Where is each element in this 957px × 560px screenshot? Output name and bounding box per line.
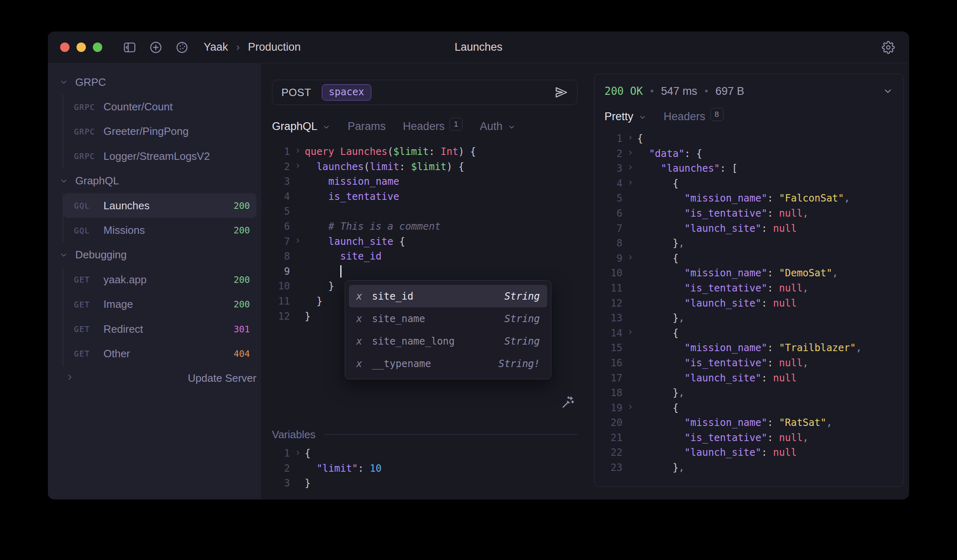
- token: }: [637, 387, 678, 399]
- graphql-editor[interactable]: 1query Launches($limit: Int) {2 launches…: [272, 144, 577, 426]
- variables-divider: [324, 434, 577, 435]
- code-line: 3}: [272, 476, 577, 491]
- request-tab-auth[interactable]: Auth: [480, 120, 516, 133]
- response-menu-chevron[interactable]: [883, 86, 893, 96]
- line-content: "is_tentative": null,: [637, 206, 893, 221]
- code-line: 21 "is_tentative": null,: [604, 430, 893, 446]
- sidebar-folder-graphql[interactable]: GraphQL: [54, 169, 256, 193]
- token: :: [767, 432, 779, 444]
- code-line: 1{: [604, 131, 893, 146]
- response-tab-headers[interactable]: Headers8: [664, 110, 723, 123]
- token: mission_name: [305, 176, 399, 187]
- line-content: [305, 264, 577, 279]
- request-tab-params[interactable]: Params: [348, 120, 386, 133]
- autocomplete-item-site-id[interactable]: xsite_idString: [349, 285, 547, 307]
- sidebar-folder-grpc[interactable]: GRPC: [54, 70, 256, 94]
- line-number: 19: [604, 401, 622, 416]
- response-body[interactable]: 1{2 "data": {3 "launches": [4 {5 "missio…: [604, 131, 893, 478]
- sidebar-folder-update-server[interactable]: Update Server: [54, 366, 256, 391]
- tab-label: Headers: [664, 110, 705, 123]
- token: "DemoSat": [779, 267, 832, 279]
- token: [637, 372, 685, 384]
- token: :: [767, 208, 779, 219]
- token: ,: [803, 208, 809, 219]
- sidebar-item-logger-streamlogsv2[interactable]: GRPCLogger/StreamLogsV2: [63, 144, 256, 168]
- gutter-fold: [622, 356, 637, 371]
- sidebar-item-launches[interactable]: GQLLaunches200: [63, 193, 256, 218]
- request-method-badge: GET: [74, 300, 103, 309]
- add-plus-circle-icon[interactable]: [147, 39, 164, 56]
- token: "launch_site": [685, 298, 762, 309]
- autocomplete-dropdown: xsite_idStringxsite_nameStringxsite_name…: [345, 280, 551, 379]
- token: "Trailblazer": [779, 342, 856, 354]
- line-number: 10: [272, 279, 290, 294]
- token: [637, 163, 661, 174]
- request-tab-headers[interactable]: Headers1: [403, 120, 463, 133]
- line-number: 1: [272, 446, 290, 461]
- line-content: launches(limit: $limit) {: [305, 159, 577, 175]
- url-bar[interactable]: POST spacex: [272, 80, 577, 105]
- token: [637, 447, 685, 458]
- code-line: 16 "is_tentative": null,: [604, 356, 893, 371]
- workspace-name[interactable]: Production: [248, 41, 301, 54]
- gutter-fold: [622, 340, 637, 356]
- line-number: 15: [604, 340, 622, 356]
- settings-gear-icon[interactable]: [880, 39, 897, 56]
- variables-editor[interactable]: 1{2 "limit": 103}: [272, 446, 577, 491]
- cookie-icon[interactable]: [173, 39, 191, 56]
- response-size: 697 B: [715, 85, 744, 98]
- tab-label: Headers: [403, 120, 445, 133]
- token: [637, 223, 685, 234]
- request-tab-graphql[interactable]: GraphQL: [272, 120, 330, 133]
- line-number: 4: [604, 176, 622, 191]
- code-line: 13 },: [604, 311, 893, 326]
- panel-left-icon[interactable]: [121, 39, 138, 56]
- token: ) {: [458, 146, 476, 157]
- token: ,: [832, 267, 838, 279]
- line-number: 3: [272, 476, 290, 491]
- token: query Launches: [305, 146, 387, 157]
- token: null: [779, 282, 803, 294]
- autocomplete-item-typename[interactable]: x__typenameString!: [349, 352, 547, 375]
- url-environment-pill[interactable]: spacex: [322, 84, 371, 101]
- sidebar-item-yaak-app[interactable]: GETyaak.app200: [63, 267, 256, 292]
- zoom-button[interactable]: [93, 43, 102, 52]
- token: :: [761, 223, 773, 234]
- folder-label: GRPC: [75, 76, 106, 89]
- close-button[interactable]: [60, 43, 70, 52]
- line-content: "is_tentative": null,: [637, 356, 893, 371]
- autocomplete-label: __typename: [372, 358, 431, 370]
- gutter-fold: [622, 371, 637, 386]
- variables-section-header: Variables: [272, 426, 577, 443]
- sidebar-item-missions[interactable]: GQLMissions200: [63, 218, 256, 242]
- autocomplete-item-site-name-long[interactable]: xsite_name_longString: [349, 330, 547, 352]
- sidebar-item-redirect[interactable]: GETRedirect301: [63, 317, 256, 341]
- format-button[interactable]: [560, 395, 575, 410]
- code-line: 18 },: [604, 385, 893, 401]
- line-number: 5: [604, 191, 622, 206]
- response-tab-pretty[interactable]: Pretty: [604, 110, 647, 123]
- token: "launch_site": [685, 372, 762, 384]
- request-method-badge: GQL: [74, 201, 103, 210]
- sidebar-item-greeter-pingpong[interactable]: GRPCGreeter/PingPong: [63, 119, 256, 144]
- sidebar-item-counter-count[interactable]: GRPCCounter/Count: [63, 94, 256, 119]
- token: }: [305, 311, 310, 322]
- sidebar-item-image[interactable]: GETImage200: [63, 292, 256, 317]
- request-status-badge: 200: [234, 225, 250, 235]
- field-kind-icon: x: [356, 291, 362, 302]
- minimize-button[interactable]: [76, 43, 86, 52]
- code-line: 2 launches(limit: $limit) {: [272, 159, 577, 175]
- token: : {: [685, 148, 702, 159]
- code-line: 8 },: [604, 236, 893, 251]
- autocomplete-item-site-name[interactable]: xsite_nameString: [349, 307, 547, 330]
- token: Int: [440, 146, 458, 157]
- line-number: 12: [604, 296, 622, 311]
- request-status-badge: 301: [234, 324, 250, 334]
- sidebar: GRPCGRPCCounter/CountGRPCGreeter/PingPon…: [48, 63, 262, 499]
- token: ,: [678, 237, 684, 249]
- send-request-button[interactable]: [554, 85, 568, 99]
- app-name[interactable]: Yaak: [204, 41, 228, 54]
- line-number: 8: [272, 249, 290, 264]
- token: :: [767, 417, 779, 428]
- sidebar-folder-debugging[interactable]: Debugging: [54, 243, 256, 267]
